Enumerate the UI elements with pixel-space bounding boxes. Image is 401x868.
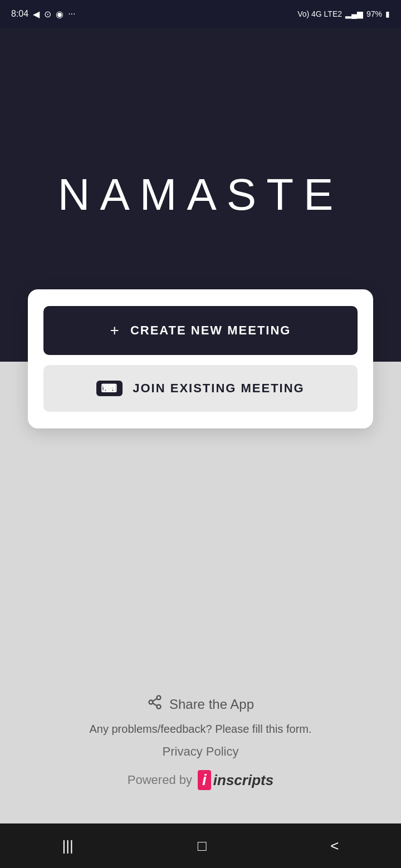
back-icon: < xyxy=(330,837,339,854)
share-label: Share the App xyxy=(169,697,254,712)
create-meeting-button[interactable]: + CREATE NEW MEETING xyxy=(43,306,358,355)
carrier-label: Vo) 4G LTE2 xyxy=(297,9,342,18)
inscripts-brand: inscripts xyxy=(213,772,273,789)
battery-icon: ▮ xyxy=(385,9,390,18)
time-display: 8:04 xyxy=(11,9,28,19)
instagram-icon: ⊙ xyxy=(44,9,51,19)
home-icon: □ xyxy=(198,837,207,854)
inscripts-logo: i inscripts xyxy=(198,770,273,790)
location-icon: ◀ xyxy=(33,9,40,19)
bottom-section: Share the App Any problems/feedback? Ple… xyxy=(0,362,401,823)
plus-icon: + xyxy=(110,322,120,339)
action-card: + CREATE NEW MEETING ⌨ JOIN EXISTING MEE… xyxy=(28,289,373,428)
status-left: 8:04 ◀ ⊙ ◉ ··· xyxy=(11,9,75,19)
app-title: NAMASTE xyxy=(58,169,344,220)
status-bar: 8:04 ◀ ⊙ ◉ ··· Vo) 4G LTE2 ▂▄▆ 97% ▮ xyxy=(0,0,401,28)
keyboard-icon: ⌨ xyxy=(96,381,123,396)
inscripts-i-icon: i xyxy=(198,770,211,790)
share-row[interactable]: Share the App xyxy=(147,694,254,714)
powered-label: Powered by xyxy=(128,773,192,787)
svg-line-3 xyxy=(153,703,157,706)
svg-line-4 xyxy=(153,699,157,702)
more-icon: ··· xyxy=(68,9,75,19)
home-button[interactable]: □ xyxy=(181,832,223,860)
screen-record-icon: ◉ xyxy=(56,9,63,19)
hero-section: NAMASTE + CREATE NEW MEETING ⌨ JOIN EXIS… xyxy=(0,28,401,362)
create-meeting-label: CREATE NEW MEETING xyxy=(130,323,291,338)
back-button[interactable]: < xyxy=(314,832,355,860)
footer-content: Share the App Any problems/feedback? Ple… xyxy=(89,694,311,790)
status-right: Vo) 4G LTE2 ▂▄▆ 97% ▮ xyxy=(297,9,390,18)
recents-icon: ||| xyxy=(62,837,73,854)
join-meeting-label: JOIN EXISTING MEETING xyxy=(133,381,304,396)
main-content: NAMASTE + CREATE NEW MEETING ⌨ JOIN EXIS… xyxy=(0,28,401,823)
share-icon xyxy=(147,694,163,714)
action-card-wrapper: + CREATE NEW MEETING ⌨ JOIN EXISTING MEE… xyxy=(28,289,373,428)
battery-percent: 97% xyxy=(366,9,382,18)
nav-bar: ||| □ < xyxy=(0,823,401,868)
privacy-policy-link[interactable]: Privacy Policy xyxy=(163,744,239,759)
join-meeting-button[interactable]: ⌨ JOIN EXISTING MEETING xyxy=(43,365,358,412)
powered-row: Powered by i inscripts xyxy=(128,770,273,790)
signal-bars: ▂▄▆ xyxy=(345,9,363,18)
recents-button[interactable]: ||| xyxy=(45,832,90,860)
feedback-text[interactable]: Any problems/feedback? Please fill this … xyxy=(89,723,311,736)
